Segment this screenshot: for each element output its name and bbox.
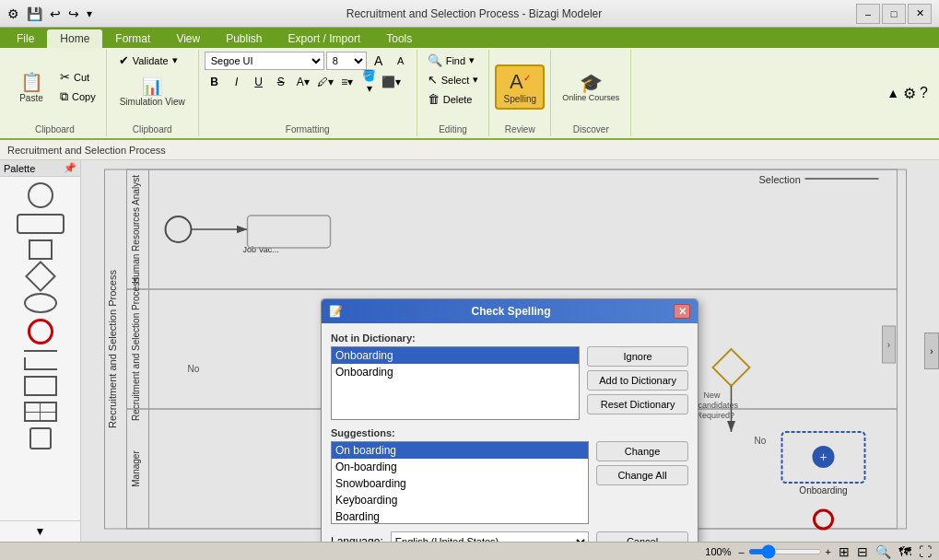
spell-dialog-close[interactable]: ✕ xyxy=(674,304,690,319)
discover-content: 🎓 Online Courses xyxy=(557,52,625,122)
not-in-dict-area: Onboarding Onboarding xyxy=(331,346,580,420)
minimize-button[interactable]: – xyxy=(856,4,880,24)
shape-small-square[interactable] xyxy=(29,427,52,449)
shape-line[interactable] xyxy=(24,350,57,352)
spell-dialog-title-text: Check Spelling xyxy=(471,305,550,318)
language-select[interactable]: English (United States) xyxy=(391,531,589,542)
cut-button[interactable]: ✂ Cut xyxy=(55,68,100,86)
suggestions-listbox[interactable]: On boarding On-boarding Snowboarding Key… xyxy=(331,441,589,524)
palette-pin-icon[interactable]: 📌 xyxy=(64,162,76,174)
maximize-button[interactable]: □ xyxy=(882,4,906,24)
align-button[interactable]: ≡▾ xyxy=(337,73,358,91)
reset-dictionary-button[interactable]: Reset Dictionary xyxy=(587,394,688,414)
zoom-in-button[interactable]: + xyxy=(826,546,831,557)
tab-tools[interactable]: Tools xyxy=(373,29,425,48)
shape-circle[interactable] xyxy=(28,182,53,208)
search-button[interactable]: 🔍 xyxy=(875,544,891,559)
shape-corner[interactable] xyxy=(24,357,57,370)
editing-label: Editing xyxy=(439,122,467,134)
select-button[interactable]: ↖ Select ▾ xyxy=(423,71,484,88)
suggestion-item-3[interactable]: Keyboarding xyxy=(332,492,588,508)
review-group: A✓ Spelling Review xyxy=(489,50,551,136)
tab-file[interactable]: File xyxy=(4,29,47,48)
bold-button[interactable]: B xyxy=(205,73,225,91)
tab-format[interactable]: Format xyxy=(102,29,163,48)
delete-button[interactable]: 🗑 Delete xyxy=(423,90,477,108)
paste-button[interactable]: 📋 Paste xyxy=(9,67,53,107)
add-to-dictionary-button[interactable]: Add to Dictionary xyxy=(587,370,688,391)
font-size-select[interactable]: 8 xyxy=(326,52,367,70)
title-left: ⚙ 💾 ↩ ↪ ▾ xyxy=(7,6,92,21)
settings-button[interactable]: ⚙ xyxy=(903,85,916,102)
palette-header: Palette 📌 xyxy=(0,160,80,177)
collapse-ribbon-button[interactable]: ▲ xyxy=(886,86,899,100)
fit-button[interactable]: ⊞ xyxy=(839,544,850,559)
not-in-dict-item-1[interactable]: Onboarding xyxy=(332,347,579,364)
italic-button[interactable]: I xyxy=(227,73,247,91)
review-label: Review xyxy=(505,122,535,134)
title-bar: ⚙ 💾 ↩ ↪ ▾ Recruitment and Selection Proc… xyxy=(0,0,939,28)
change-all-button[interactable]: Change All xyxy=(596,465,688,485)
underline-button[interactable]: U xyxy=(249,73,269,91)
validate-icon: ✔ xyxy=(119,53,129,67)
shape-diamond[interactable] xyxy=(25,261,56,292)
quick-access-undo[interactable]: ↩ xyxy=(50,6,61,21)
not-in-dict-listbox[interactable]: Onboarding Onboarding xyxy=(331,346,580,420)
grid-button[interactable]: ⊟ xyxy=(857,544,868,559)
clipboard-label: Clipboard xyxy=(35,122,75,134)
tab-export-import[interactable]: Export / Import xyxy=(276,29,374,48)
border-button[interactable]: ⬛▾ xyxy=(381,73,402,91)
suggestion-item-4[interactable]: Boarding xyxy=(332,508,588,524)
quick-access-redo[interactable]: ↪ xyxy=(68,6,79,21)
palette-shapes xyxy=(0,177,80,455)
shape-square[interactable] xyxy=(29,239,53,260)
shape-rect[interactable] xyxy=(24,376,57,396)
shape-table[interactable] xyxy=(24,402,57,422)
help-button[interactable]: ? xyxy=(920,85,928,101)
fill-button[interactable]: 🪣▾ xyxy=(359,73,380,91)
validate-button[interactable]: ✔ Validate ▾ xyxy=(114,52,182,69)
font-color-button[interactable]: A▾ xyxy=(293,73,313,91)
simulation-icon: 📊 xyxy=(142,76,162,97)
zoom-slider[interactable] xyxy=(748,549,822,554)
tab-view[interactable]: View xyxy=(163,29,213,48)
not-in-dict-item-2[interactable]: Onboarding xyxy=(332,364,579,380)
suggestions-label: Suggestions: xyxy=(331,427,688,438)
spell-dialog-title: 📝 Check Spelling ✕ xyxy=(322,299,698,323)
thumbnail-button[interactable]: 🗺 xyxy=(898,544,911,559)
palette-scroll-down[interactable]: ▼ xyxy=(35,525,46,538)
strikethrough-button[interactable]: S xyxy=(271,73,291,91)
tab-publish[interactable]: Publish xyxy=(213,29,275,48)
copy-button[interactable]: ⧉ Copy xyxy=(55,88,100,106)
clipboard-content: 📋 Paste ✂ Cut ⧉ Copy xyxy=(9,52,100,122)
find-button[interactable]: 🔍 Find ▾ xyxy=(423,52,479,69)
highlight-color-button[interactable]: 🖊▾ xyxy=(315,73,335,91)
font-size-up-button[interactable]: A xyxy=(369,52,389,70)
font-size-down-button[interactable]: A xyxy=(391,52,411,70)
close-button[interactable]: ✕ xyxy=(908,4,932,24)
online-courses-button[interactable]: 🎓 Online Courses xyxy=(557,68,625,107)
suggestion-item-1[interactable]: On-boarding xyxy=(332,459,588,475)
fullscreen-button[interactable]: ⛶ xyxy=(919,544,932,559)
simulation-button[interactable]: 📊 Simulation View xyxy=(114,73,191,111)
change-button[interactable]: Change xyxy=(596,441,688,461)
zoom-out-button[interactable]: – xyxy=(738,546,744,557)
shape-circle-red[interactable] xyxy=(28,319,53,344)
breadcrumb: Recruitment and Selection Process xyxy=(0,140,939,160)
editing-group: 🔍 Find ▾ ↖ Select ▾ 🗑 Delete Editing xyxy=(417,50,490,136)
canvas-area[interactable]: Recruitment and Selection Process Human … xyxy=(81,160,939,542)
suggestion-item-0[interactable]: On boarding xyxy=(332,442,588,459)
review-content: A✓ Spelling xyxy=(495,52,545,122)
tab-home[interactable]: Home xyxy=(47,29,102,48)
suggestion-item-2[interactable]: Snowboarding xyxy=(332,475,588,492)
delete-icon: 🗑 xyxy=(428,92,440,106)
find-icon: 🔍 xyxy=(428,53,442,67)
quick-access-save[interactable]: 💾 xyxy=(27,6,42,21)
cancel-button[interactable]: Cancel xyxy=(596,531,688,542)
shape-oval[interactable] xyxy=(24,293,57,313)
spelling-button[interactable]: A✓ Spelling xyxy=(495,64,545,110)
shape-rounded-rect[interactable] xyxy=(17,214,65,234)
language-label: Language: xyxy=(331,535,383,542)
font-name-select[interactable]: Segoe UI xyxy=(205,52,324,70)
ignore-button[interactable]: Ignore xyxy=(587,346,688,367)
